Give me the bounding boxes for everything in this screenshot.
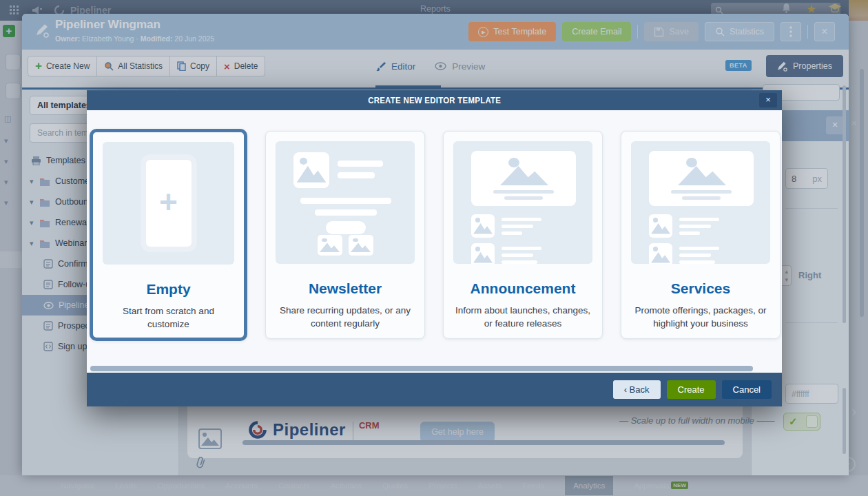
newsletter-thumbnail [276, 141, 415, 264]
image-placeholder-icon [471, 243, 495, 264]
modal-footer: ‹ Back Create Cancel [87, 373, 782, 406]
template-card-services[interactable]: Services Promote offerings, packages, or… [621, 131, 781, 339]
empty-thumbnail: + [103, 142, 234, 265]
create-button[interactable]: Create [667, 380, 716, 399]
back-button[interactable]: ‹ Back [613, 380, 661, 399]
card-title: Newsletter [266, 280, 424, 297]
card-title: Announcement [444, 280, 602, 297]
card-description: Start from scratch and customize [103, 304, 234, 331]
image-placeholder-icon [471, 214, 495, 238]
card-description: Promote offerings, packages, or highligh… [631, 304, 770, 330]
template-cards: + Empty Start from scratch and customize [90, 131, 781, 341]
image-placeholder-icon [649, 214, 672, 238]
modal-title: CREATE NEW EDITOR TEMPLATE [368, 95, 501, 105]
image-placeholder-icon [649, 151, 754, 206]
image-placeholder-icon [649, 243, 672, 264]
create-template-modal: CREATE NEW EDITOR TEMPLATE × + Empty Sta… [87, 90, 782, 406]
card-description: Inform about launches, changes, or featu… [453, 304, 592, 330]
card-title: Services [621, 280, 780, 297]
announcement-thumbnail [453, 141, 592, 264]
button-placeholder [326, 221, 366, 234]
template-card-newsletter[interactable]: Newsletter Share recurring updates, or a… [265, 131, 425, 339]
template-card-announcement[interactable]: Announcement Inform about launches, chan… [443, 131, 603, 339]
blank-document-icon: + [146, 160, 192, 247]
cancel-button[interactable]: Cancel [722, 380, 772, 399]
card-title: Empty [93, 281, 244, 298]
services-thumbnail [631, 141, 770, 264]
template-card-empty[interactable]: + Empty Start from scratch and customize [90, 129, 247, 341]
image-placeholder-icon [349, 235, 373, 256]
screen: Pipeliner Reports ★ Navigator Leads Oppo… [0, 0, 868, 496]
image-placeholder-icon [293, 152, 329, 188]
modal-close-icon[interactable]: × [759, 93, 777, 107]
modal-horizontal-scrollbar[interactable] [90, 366, 753, 371]
image-placeholder-icon [471, 151, 576, 206]
image-placeholder-icon [318, 235, 342, 256]
modal-body: + Empty Start from scratch and customize [87, 110, 782, 373]
modal-header: CREATE NEW EDITOR TEMPLATE × [87, 90, 782, 110]
card-description: Share recurring updates, or any content … [276, 304, 415, 330]
